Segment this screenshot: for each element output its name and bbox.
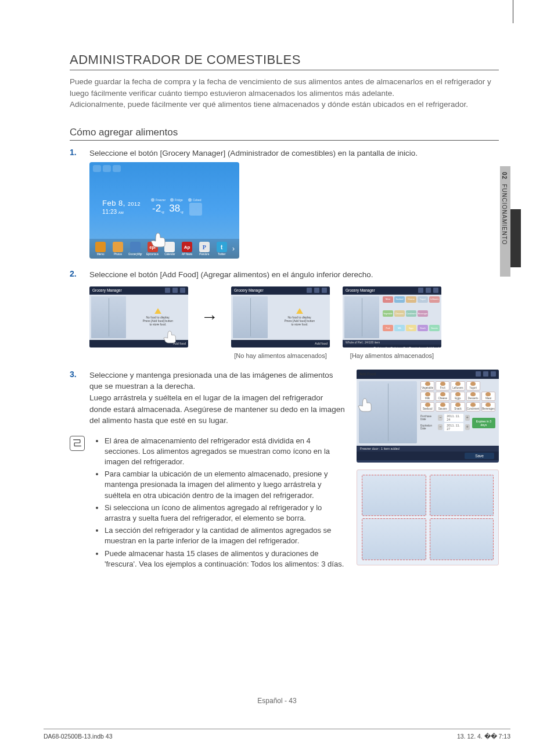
home-screen-figure: Feb 8, 2012 11:23 AM Freezer-2°F Fridge3…	[89, 162, 239, 259]
section-num: 02	[501, 172, 508, 180]
section-label: FUNCIONAMIENTO	[501, 184, 508, 245]
step-2-text: Seleccione el botón [Add Food] (Agregar …	[89, 269, 499, 281]
warning-icon	[154, 308, 161, 314]
grocery-stored-figure: Grocery Manager MeatSeafoodCheeseYogurtL…	[343, 286, 441, 347]
note-list: El área de almacenamiento del refrigerad…	[91, 436, 346, 571]
hand-drag-icon	[357, 397, 374, 413]
step-1-num: 1.	[70, 148, 89, 159]
print-footer: DA68-02500B-13.indb 43 13. 12. 4. �� 7:1…	[44, 729, 510, 740]
fridge-zones-figure	[357, 470, 499, 565]
page-footer: Español - 43	[0, 697, 554, 705]
hand-pointer-icon	[163, 330, 178, 344]
hand-pointer-icon	[150, 232, 167, 248]
subsection-title: Cómo agregar alimentos	[70, 127, 499, 138]
step-1-text: Seleccione el botón [Grocery Manager] (A…	[89, 148, 499, 159]
step-2-num: 2.	[70, 269, 89, 281]
intro-text: Puede guardar la fecha de compra y la fe…	[70, 76, 499, 110]
step-3-text: Seleccione y mantenga presionada una de …	[89, 370, 346, 427]
grocery-empty-figure: Grocery Manager No food to display.Press…	[231, 286, 330, 347]
grocery-empty-hand-figure: Grocery Manager No food to display.Press…	[89, 286, 188, 347]
save-button: Save	[465, 453, 494, 459]
note-icon	[70, 436, 85, 451]
chevron-right-icon: ›	[231, 245, 236, 253]
page-title: ADMINISTRADOR DE COMESTIBLES	[70, 52, 499, 67]
caption-none: [No hay alimentos almacenados]	[231, 352, 330, 359]
expires-badge: Expires in 3 days	[472, 418, 495, 428]
add-food-figure: Add Food VegetableFruitLeftoversYogurt M…	[357, 370, 499, 463]
arrow-right-icon: →	[201, 308, 218, 325]
caption-some: [Hay alimentos almacenados]	[343, 352, 441, 359]
step-3-num: 3.	[70, 370, 89, 427]
section-tab: 02 FUNCIONAMIENTO	[500, 166, 521, 277]
